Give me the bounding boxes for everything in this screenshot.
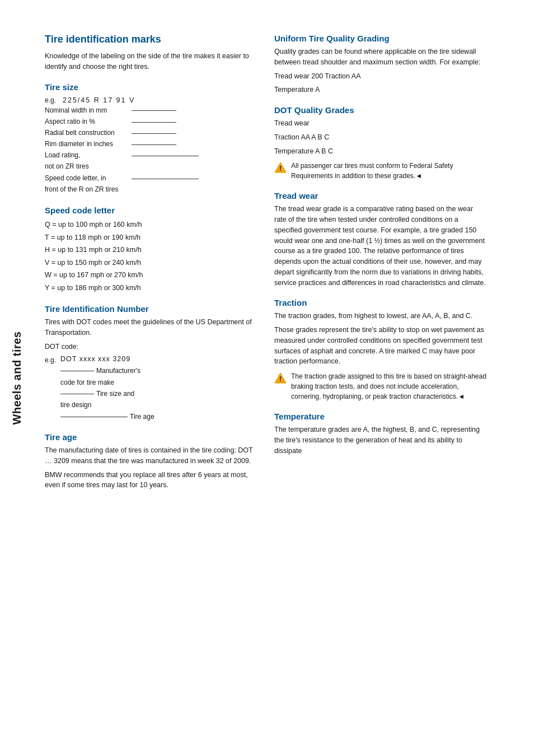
table-row: front of the R on ZR tires [45, 184, 199, 195]
page-container: Wheels and tires Tire identification mar… [0, 0, 534, 756]
sidebar: Wheels and tires [0, 0, 34, 756]
tire-age-para2: BMW recommends that you replace all tire… [45, 470, 257, 491]
traction-title: Traction [274, 298, 487, 307]
tin-title: Tire Identification Number [45, 304, 257, 314]
dot-eg-label: e.g. [45, 355, 60, 365]
dot-label-row: Tire size and [60, 388, 154, 399]
dot-quality-line3: Temperature A B C [274, 146, 487, 157]
dot-label-row: Manufacturer's [60, 365, 154, 376]
tire-size-values: 225/45 R 17 91 V [63, 96, 135, 104]
dot-quality-warning: ! All passenger car tires must conform t… [274, 161, 487, 181]
size-row-label: Aspect ratio in % [45, 116, 132, 128]
size-row-label: not on ZR tires [45, 161, 132, 172]
traction-para1: The traction grades, from highest to low… [274, 311, 487, 321]
page-intro: Knowledge of the labeling on the side of… [45, 51, 257, 72]
speed-code-list: Q = up to 100 mph or 160 km/h T = up to … [45, 218, 257, 294]
warning-icon: ! [274, 372, 287, 384]
uniform-quality-title: Uniform Tire Quality Grading [274, 34, 487, 43]
list-item: Q = up to 100 mph or 160 km/h [45, 218, 257, 231]
dot-labels: Manufacturer's code for tire make Tire s… [60, 365, 154, 422]
dot-quality-line1: Tread wear [274, 118, 487, 129]
uniform-quality-example1: Tread wear 200 Traction AA [274, 71, 487, 82]
size-row-line [132, 139, 199, 150]
traction-para2: Those grades represent the tire's abilit… [274, 325, 487, 367]
temperature-para: The temperature grades are A, the highes… [274, 424, 487, 456]
size-row-label: Radial belt construction [45, 128, 132, 139]
speed-code-title: Speed code letter [45, 206, 257, 215]
table-row: not on ZR tires [45, 161, 199, 172]
main-content: Tire identification marks Knowledge of t… [34, 0, 534, 756]
table-row: Rim diameter in inches [45, 139, 199, 150]
page-title: Tire identification marks [45, 34, 257, 45]
list-item: T = up to 118 mph or 190 km/h [45, 231, 257, 244]
list-item: V = up to 150 mph or 240 km/h [45, 256, 257, 269]
table-row: Load rating, [45, 150, 199, 161]
traction-warning-text: The traction grade assigned to this tire… [291, 371, 487, 402]
table-row: Radial belt construction [45, 128, 199, 139]
traction-warning: ! The traction grade assigned to this ti… [274, 371, 487, 402]
tread-wear-title: Tread wear [274, 191, 487, 200]
tire-size-diagram: e.g. 225/45 R 17 91 V Nominal width in m… [45, 96, 257, 196]
dot-label-row: tire design [60, 399, 154, 410]
table-row: Speed code letter, in [45, 173, 199, 184]
size-row-label: Nominal width in mm [45, 105, 132, 116]
temperature-title: Temperature [274, 412, 487, 421]
size-row-line [132, 128, 199, 139]
right-column: Uniform Tire Quality Grading Quality gra… [274, 34, 487, 739]
dot-values: DOT xxxx xxx 3209 [60, 355, 154, 365]
size-row-line [132, 150, 199, 161]
tire-size-title: Tire size [45, 82, 257, 92]
size-row-line [132, 116, 199, 128]
dot-diagram: e.g. DOT xxxx xxx 3209 Manufacturer's co… [45, 355, 154, 422]
dot-label: DOT code: [45, 342, 257, 352]
dot-label-row: code for tire make [60, 377, 154, 388]
size-row-line [132, 184, 199, 195]
list-item: Y = up to 186 mph or 300 km/h [45, 282, 257, 295]
dot-label-row: Tire age [60, 411, 154, 422]
left-column: Tire identification marks Knowledge of t… [45, 34, 257, 739]
sidebar-label: Wheels and tires [11, 332, 24, 425]
size-row-line [132, 173, 199, 184]
size-row-label: Speed code letter, in [45, 173, 132, 184]
tire-size-rows: Nominal width in mm Aspect ratio in % Ra… [45, 105, 199, 196]
eg-label-1: e.g. [45, 96, 60, 104]
size-row-label: Load rating, [45, 150, 132, 161]
tire-age-title: Tire age [45, 432, 257, 442]
size-row-line [132, 161, 199, 172]
table-row: Manufacturer's code for tire make Tire s… [45, 365, 154, 422]
warning-icon: ! [274, 161, 287, 174]
dot-quality-title: DOT Quality Grades [274, 105, 487, 115]
size-row-label: front of the R on ZR tires [45, 184, 132, 195]
tire-age-para1: The manufacturing date of tires is conta… [45, 445, 257, 466]
uniform-quality-example2: Temperature A [274, 85, 487, 95]
uniform-quality-para1: Quality grades can be found where applic… [274, 46, 487, 68]
tin-para1: Tires with DOT codes meet the guidelines… [45, 317, 257, 338]
svg-text:!: ! [279, 165, 282, 172]
list-item: H = up to 131 mph or 210 km/h [45, 244, 257, 256]
dot-quality-line2: Traction AA A B C [274, 132, 487, 143]
size-row-line [132, 105, 199, 116]
table-row: Aspect ratio in % [45, 116, 199, 128]
svg-text:!: ! [279, 375, 282, 383]
size-row-label: Rim diameter in inches [45, 139, 132, 150]
tread-wear-para: The tread wear grade is a comparative ra… [274, 204, 487, 288]
list-item: W = up to 167 mph or 270 km/h [45, 269, 257, 282]
table-row: e.g. DOT xxxx xxx 3209 [45, 355, 154, 365]
dot-quality-warning-text: All passenger car tires must conform to … [291, 161, 487, 181]
table-row: Nominal width in mm [45, 105, 199, 116]
